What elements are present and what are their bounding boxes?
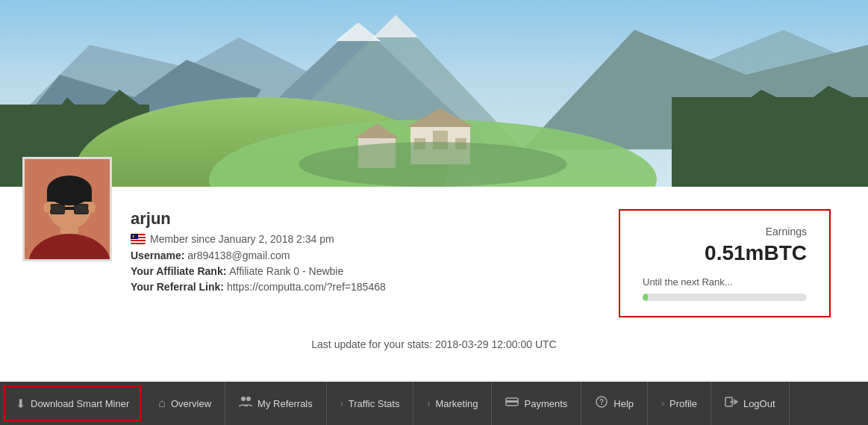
chevron-icon-1: › [340,398,343,409]
nav-profile-label: Profile [669,398,697,409]
svg-rect-39 [131,241,146,243]
svg-text:?: ? [599,398,604,406]
username-value: ar894138@gmail.com [187,249,290,261]
username: arjun [131,209,619,229]
svg-point-34 [43,202,51,213]
referrals-icon [239,396,252,411]
referral-link-label: Your Referral Link: [131,281,227,293]
nav-payments-label: Payments [524,398,567,409]
member-since-text: Member since January 2, 2018 2:34 pm [150,233,334,245]
nav-profile[interactable]: › Profile [648,382,711,425]
status-text: Last update for your stats: 2018-03-29 1… [311,338,556,350]
nav-help-label: Help [613,398,634,409]
nav-help[interactable]: ? Help [581,382,648,425]
svg-point-20 [299,142,567,187]
nav-logout-label: LogOut [743,398,775,409]
nav-download-label: Download Smart Miner [31,398,129,409]
profile-section: arjun Member since January 2, 2018 2:34 … [0,187,868,332]
member-since-row: Member since January 2, 2018 2:34 pm [131,233,619,245]
home-icon: ⌂ [158,397,166,410]
earnings-amount: 0.51mBTC [643,241,807,265]
nav-marketing-label: Marketing [435,398,478,409]
download-icon: ⬇ [16,397,25,411]
avatar [22,157,112,261]
username-row: Username: ar894138@gmail.com [131,249,619,261]
nav-logout[interactable]: LogOut [711,382,790,425]
username-label: Username: [131,249,187,261]
affiliate-rank-label: Your Affiliate Rank: [131,265,229,277]
nav-overview-label: Overview [171,398,211,409]
referral-link-row: Your Referral Link: https://computta.com… [131,281,619,293]
nav-my-referrals[interactable]: My Referrals [225,382,327,425]
svg-point-44 [241,397,246,401]
nav-overview[interactable]: ⌂ Overview [145,382,225,425]
bottom-nav: ⬇ Download Smart Miner ⌂ Overview My Ref… [0,382,868,425]
svg-point-45 [246,397,251,401]
nav-traffic-stats-label: Traffic Stats [349,398,400,409]
svg-rect-32 [51,205,63,213]
hero-banner [0,0,868,187]
earnings-box: Earnings 0.51mBTC Until the next Rank... [619,209,831,317]
svg-rect-28 [47,190,92,202]
svg-rect-47 [506,400,518,403]
referral-link-value: https://computta.com/?ref=185468 [227,281,386,293]
chevron-icon-2: › [427,398,430,409]
affiliate-rank-row: Your Affiliate Rank: Affiliate Rank 0 - … [131,265,619,277]
chevron-icon-3: › [661,398,664,409]
svg-point-35 [88,202,96,213]
status-bar: Last update for your stats: 2018-03-29 1… [0,332,868,356]
progress-fill [643,294,648,301]
rank-label: Until the next Rank... [643,276,807,288]
svg-rect-31 [65,207,74,210]
payments-icon [505,396,519,411]
nav-marketing[interactable]: › Marketing [413,382,492,425]
nav-download-smart-miner[interactable]: ⬇ Download Smart Miner [4,385,141,421]
help-icon: ? [595,396,608,411]
nav-payments[interactable]: Payments [492,382,581,425]
nav-traffic-stats[interactable]: › Traffic Stats [327,382,414,425]
logout-icon [725,396,738,411]
flag-icon [131,234,146,244]
svg-point-42 [134,235,136,238]
progress-bar [643,294,807,301]
profile-info: arjun Member since January 2, 2018 2:34 … [131,202,619,297]
affiliate-rank-value: Affiliate Rank 0 - Newbie [229,265,343,277]
nav-referrals-label: My Referrals [257,398,313,409]
svg-rect-33 [75,205,87,213]
earnings-label: Earnings [643,226,807,238]
